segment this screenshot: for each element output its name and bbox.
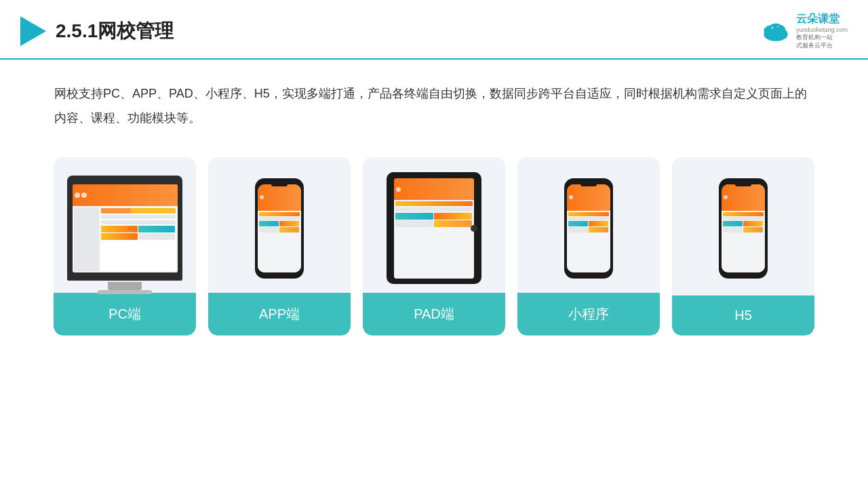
brand-text: 云朵课堂 yunduoketang.com 教育机构一站式服务云平台 [796,12,848,50]
card-h5: H5 [672,157,814,336]
page-header: 2.5.1网校管理 云朵课堂 yunduoketang.com 教育机构一站式服… [0,0,868,60]
card-miniapp-image [517,157,660,293]
card-pad-image [363,157,505,293]
card-app: APP端 [208,157,351,336]
tablet-mockup [387,172,481,284]
card-h5-image [672,157,814,293]
page-title: 2.5.1网校管理 [56,18,174,44]
desktop-mockup [67,176,182,281]
brand-tagline: 教育机构一站式服务云平台 [796,34,848,49]
card-pad: PAD端 [363,157,505,336]
phone-mockup-miniapp [564,178,613,279]
card-pc-image [54,157,196,293]
card-miniapp: 小程序 [517,157,660,336]
cards-container: PC端 [0,137,868,336]
card-app-image [208,157,351,293]
svg-point-4 [772,26,774,28]
svg-point-5 [777,26,778,27]
card-h5-label: H5 [672,296,814,336]
play-icon [20,16,46,46]
description-text: 网校支持PC、APP、PAD、小程序、H5，实现多端打通，产品各终端自由切换，数… [0,60,868,130]
svg-point-3 [769,23,783,34]
card-pad-label: PAD端 [363,293,505,336]
header-left: 2.5.1网校管理 [20,16,174,46]
brand-logo: 云朵课堂 yunduoketang.com 教育机构一站式服务云平台 [760,12,848,50]
brand-name: 云朵课堂 [796,12,848,26]
card-miniapp-label: 小程序 [517,293,660,336]
phone-mockup-h5 [719,178,768,279]
card-app-label: APP端 [208,293,351,336]
brand-domain: yunduoketang.com [796,26,848,35]
card-pc-label: PC端 [54,293,196,336]
card-pc: PC端 [54,157,196,336]
cloud-icon [760,19,792,43]
phone-mockup-app [255,178,304,279]
